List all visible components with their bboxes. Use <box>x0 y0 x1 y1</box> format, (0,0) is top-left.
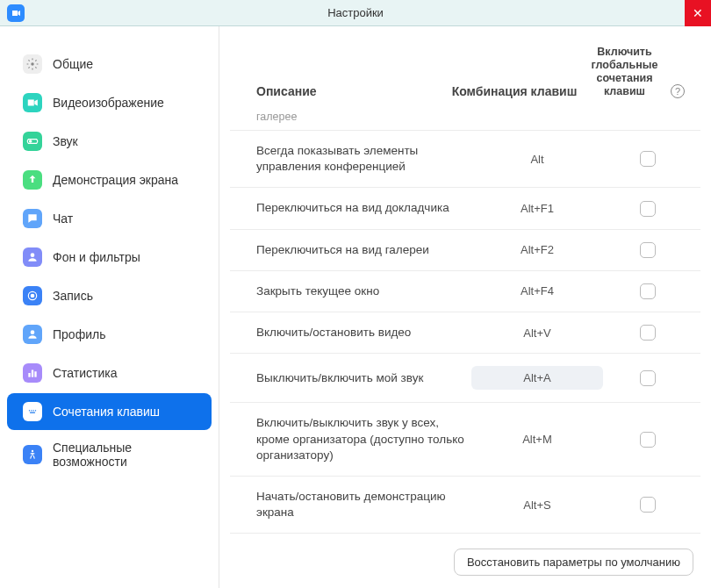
svg-rect-14 <box>30 412 35 413</box>
row-desc: Включить/остановить видео <box>256 325 464 341</box>
restore-defaults-button[interactable]: Восстановить параметры по умолчанию <box>454 549 693 576</box>
video-icon <box>23 93 42 112</box>
table-row: Включить/остановить видеоAlt+V <box>230 312 700 354</box>
svg-rect-10 <box>29 410 30 411</box>
table-row-truncated: галерее <box>230 109 700 131</box>
header-description: Описание <box>256 84 442 98</box>
access-icon <box>23 445 42 464</box>
row-combo[interactable]: Alt+F2 <box>471 243 603 256</box>
row-global <box>610 370 685 386</box>
svg-point-4 <box>31 294 35 298</box>
row-desc: Переключиться на вид галереи <box>256 242 464 258</box>
sidebar-item-label: Профиль <box>53 327 105 341</box>
sidebar-item-label: Видеоизображение <box>53 96 164 110</box>
sidebar-item-label: Запись <box>53 289 93 303</box>
global-checkbox[interactable] <box>640 151 656 167</box>
svg-rect-9 <box>27 409 38 415</box>
row-combo[interactable]: Alt+M <box>471 433 603 446</box>
row-global <box>610 151 685 167</box>
general-icon <box>23 54 42 74</box>
global-checkbox[interactable] <box>640 283 656 299</box>
svg-point-5 <box>31 330 35 334</box>
svg-rect-11 <box>31 410 32 411</box>
global-checkbox[interactable] <box>640 497 656 513</box>
sidebar-item-record[interactable]: Запись <box>7 277 212 314</box>
row-global <box>610 283 685 299</box>
row-global <box>610 497 685 513</box>
help-icon[interactable]: ? <box>671 84 685 98</box>
sidebar-item-label: Демонстрация экрана <box>53 173 178 187</box>
sidebar-item-access[interactable]: Специальные возможности <box>7 432 212 477</box>
row-desc: Переключиться на вид докладчика <box>256 200 464 216</box>
table-row: Переключиться на вид галереиAlt+F2 <box>230 230 700 271</box>
sidebar-item-label: Сочетания клавиш <box>53 405 160 419</box>
row-desc: Всегда показывать элементы управления ко… <box>256 143 464 175</box>
header-global: Включить глобальные сочетания клавиш <box>587 46 662 98</box>
sidebar-item-label: Статистика <box>53 366 118 380</box>
row-desc: галерее <box>256 110 464 125</box>
table-row: Начать/остановить демонстрацию экранаAlt… <box>230 477 700 534</box>
bg-icon <box>23 247 42 267</box>
row-combo[interactable]: Alt+A <box>471 366 603 390</box>
row-desc: Начать/остановить демонстрацию экрана <box>256 489 464 520</box>
sidebar-item-audio[interactable]: Звук <box>7 123 212 160</box>
audio-icon <box>23 132 42 151</box>
row-global <box>610 242 685 258</box>
svg-point-1 <box>29 140 32 143</box>
titlebar: Настройки ✕ <box>0 0 711 26</box>
global-checkbox[interactable] <box>640 242 656 258</box>
sidebar-item-video[interactable]: Видеоизображение <box>7 84 212 121</box>
row-global <box>610 109 685 125</box>
row-global <box>610 432 685 448</box>
shortcuts-list-wrapper: галерее Всегда показывать элементы управ… <box>230 109 706 538</box>
sidebar-item-label: Звук <box>53 134 78 148</box>
chat-icon <box>23 209 42 228</box>
footer: Восстановить параметры по умолчанию <box>219 538 711 576</box>
row-global <box>610 325 685 341</box>
sidebar-item-label: Чат <box>53 212 73 226</box>
row-global <box>610 201 685 217</box>
profile-icon <box>23 325 42 344</box>
svg-point-15 <box>32 450 33 452</box>
global-checkbox[interactable] <box>640 370 656 386</box>
svg-rect-6 <box>28 373 30 377</box>
sidebar-item-bg[interactable]: Фон и фильтры <box>7 239 212 276</box>
sidebar-item-keyboard[interactable]: Сочетания клавиш <box>7 393 212 430</box>
global-checkbox[interactable] <box>640 325 656 341</box>
sidebar-item-label: Специальные возможности <box>53 441 196 469</box>
sidebar-item-profile[interactable]: Профиль <box>7 316 212 353</box>
global-checkbox[interactable] <box>640 432 656 448</box>
record-icon <box>23 286 42 305</box>
sidebar-item-stats[interactable]: Статистика <box>7 355 212 391</box>
svg-rect-12 <box>33 410 34 411</box>
global-checkbox[interactable] <box>640 201 656 217</box>
share-icon <box>23 170 42 190</box>
row-combo[interactable]: Alt+V <box>471 326 603 340</box>
shortcuts-list[interactable]: галерее Всегда показывать элементы управ… <box>230 109 706 538</box>
header-shortcut: Комбинация клавиш <box>449 84 580 98</box>
window-title: Настройки <box>327 6 384 19</box>
table-header: Описание Комбинация клавиш Включить глоб… <box>219 26 711 109</box>
main: ОбщиеВидеоизображениеЗвукДемонстрация эк… <box>0 26 711 588</box>
close-button[interactable]: ✕ <box>685 0 711 26</box>
table-row: Всегда показывать элементы управления ко… <box>230 131 700 188</box>
sidebar-item-share[interactable]: Демонстрация экрана <box>7 161 212 198</box>
row-combo[interactable]: Alt+F1 <box>471 202 603 215</box>
row-desc: Закрыть текущее окно <box>256 283 464 299</box>
svg-point-0 <box>31 62 34 66</box>
stats-icon <box>23 363 42 383</box>
sidebar-item-chat[interactable]: Чат <box>7 200 212 237</box>
sidebar-item-label: Фон и фильтры <box>53 250 140 264</box>
row-combo[interactable]: Alt+S <box>471 498 603 512</box>
sidebar: ОбщиеВидеоизображениеЗвукДемонстрация эк… <box>0 26 219 588</box>
row-combo[interactable]: Alt+F4 <box>471 284 603 298</box>
row-combo[interactable]: Alt <box>471 153 603 166</box>
svg-rect-8 <box>34 371 36 376</box>
svg-point-2 <box>31 253 35 257</box>
sidebar-item-label: Общие <box>53 57 93 71</box>
table-row: Включить/выключить звук у всех, кроме ор… <box>230 403 700 477</box>
table-row: Выключить/включить мой звукAlt+A <box>230 354 700 403</box>
row-desc: Включить/выключить звук у всех, кроме ор… <box>256 415 464 463</box>
sidebar-item-general[interactable]: Общие <box>7 46 212 82</box>
table-row: Закрыть текущее окноAlt+F4 <box>230 271 700 312</box>
